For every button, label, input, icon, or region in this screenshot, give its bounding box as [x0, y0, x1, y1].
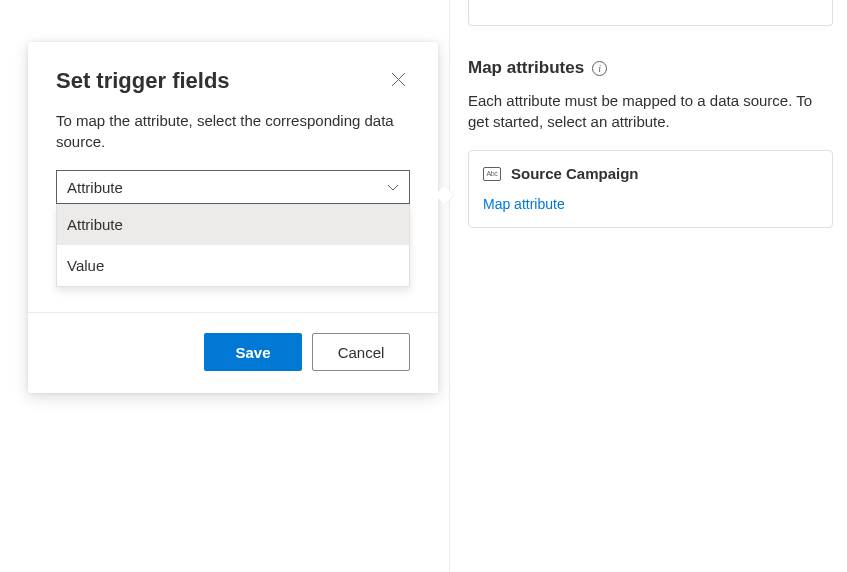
dialog-header: Set trigger fields — [28, 42, 438, 102]
map-attributes-title: Map attributes — [468, 58, 584, 78]
attribute-card-header: Abc Source Campaign — [483, 165, 818, 182]
dropdown-selected-value: Attribute — [67, 179, 123, 196]
save-button[interactable]: Save — [204, 333, 302, 371]
dropdown-wrapper: Attribute Attribute Value — [56, 170, 410, 204]
close-icon — [391, 72, 406, 87]
cancel-button[interactable]: Cancel — [312, 333, 410, 371]
callout-beak — [435, 185, 455, 205]
dialog-title: Set trigger fields — [56, 68, 230, 94]
dialog-description: To map the attribute, select the corresp… — [56, 110, 410, 152]
right-panel: Map attributes i Each attribute must be … — [468, 0, 833, 228]
attribute-name: Source Campaign — [511, 165, 639, 182]
attribute-card[interactable]: Abc Source Campaign Map attribute — [468, 150, 833, 228]
dropdown-option-value[interactable]: Value — [57, 245, 409, 286]
map-attribute-link[interactable]: Map attribute — [483, 196, 565, 212]
attribute-dropdown[interactable]: Attribute — [56, 170, 410, 204]
chevron-down-icon — [387, 181, 399, 193]
set-trigger-fields-dialog: Set trigger fields To map the attribute,… — [28, 42, 438, 393]
map-attributes-description: Each attribute must be mapped to a data … — [468, 90, 833, 132]
section-heading: Map attributes i — [468, 58, 833, 78]
dropdown-listbox: Attribute Value — [56, 204, 410, 287]
close-button[interactable] — [387, 68, 410, 91]
dialog-footer: Save Cancel — [28, 312, 438, 393]
dropdown-option-attribute[interactable]: Attribute — [57, 204, 409, 245]
info-icon[interactable]: i — [592, 61, 607, 76]
top-card-fragment — [468, 0, 833, 26]
text-type-icon: Abc — [483, 167, 501, 181]
dialog-body: To map the attribute, select the corresp… — [28, 102, 438, 222]
vertical-divider — [449, 0, 450, 572]
